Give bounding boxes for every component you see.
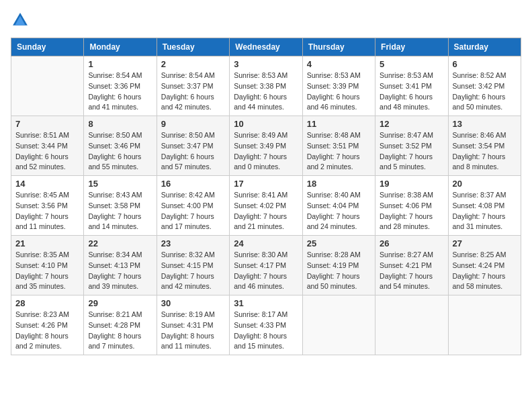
calendar-cell: 13Sunrise: 8:46 AMSunset: 3:54 PMDayligh… (448, 116, 521, 176)
day-number: 12 (380, 119, 443, 129)
calendar-cell: 18Sunrise: 8:40 AMSunset: 4:04 PMDayligh… (302, 176, 375, 236)
day-info: Sunrise: 8:25 AMSunset: 4:24 PMDaylight:… (453, 250, 517, 292)
day-number: 9 (161, 119, 225, 129)
calendar-cell: 14Sunrise: 8:45 AMSunset: 3:56 PMDayligh… (11, 176, 84, 236)
day-info: Sunrise: 8:50 AMSunset: 3:47 PMDaylight:… (161, 130, 225, 173)
calendar-cell: 8Sunrise: 8:50 AMSunset: 3:46 PMDaylight… (84, 116, 157, 176)
day-info: Sunrise: 8:49 AMSunset: 3:49 PMDaylight:… (234, 130, 298, 173)
day-number: 28 (15, 298, 79, 308)
day-number: 29 (88, 298, 152, 308)
day-number: 24 (234, 238, 298, 248)
day-number: 4 (307, 59, 371, 69)
day-info: Sunrise: 8:38 AMSunset: 4:06 PMDaylight:… (380, 190, 443, 232)
day-info: Sunrise: 8:42 AMSunset: 4:00 PMDaylight:… (161, 190, 225, 232)
day-info: Sunrise: 8:53 AMSunset: 3:38 PMDaylight:… (234, 71, 298, 113)
day-number: 16 (161, 179, 225, 189)
calendar-cell: 4Sunrise: 8:53 AMSunset: 3:39 PMDaylight… (302, 56, 375, 116)
day-info: Sunrise: 8:17 AMSunset: 4:33 PMDaylight:… (234, 310, 298, 352)
calendar-cell: 16Sunrise: 8:42 AMSunset: 4:00 PMDayligh… (157, 176, 229, 236)
calendar-cell: 24Sunrise: 8:30 AMSunset: 4:17 PMDayligh… (230, 236, 302, 295)
calendar-cell: 12Sunrise: 8:47 AMSunset: 3:52 PMDayligh… (375, 116, 448, 176)
calendar-cell: 21Sunrise: 8:35 AMSunset: 4:10 PMDayligh… (11, 236, 84, 295)
day-info: Sunrise: 8:41 AMSunset: 4:02 PMDaylight:… (234, 190, 298, 232)
day-number: 26 (380, 238, 443, 248)
calendar-cell: 23Sunrise: 8:32 AMSunset: 4:15 PMDayligh… (157, 236, 229, 295)
weekday-header: Thursday (302, 38, 375, 56)
day-info: Sunrise: 8:45 AMSunset: 3:56 PMDaylight:… (15, 190, 79, 232)
day-info: Sunrise: 8:34 AMSunset: 4:13 PMDaylight:… (88, 250, 152, 292)
calendar-cell: 3Sunrise: 8:53 AMSunset: 3:38 PMDaylight… (230, 56, 302, 116)
day-info: Sunrise: 8:43 AMSunset: 3:58 PMDaylight:… (88, 190, 152, 232)
day-info: Sunrise: 8:37 AMSunset: 4:08 PMDaylight:… (453, 190, 517, 232)
page-header (11, 11, 521, 30)
calendar-week-row: 14Sunrise: 8:45 AMSunset: 3:56 PMDayligh… (11, 176, 521, 236)
calendar-cell: 9Sunrise: 8:50 AMSunset: 3:47 PMDaylight… (157, 116, 229, 176)
calendar-cell: 25Sunrise: 8:28 AMSunset: 4:19 PMDayligh… (302, 236, 375, 295)
calendar-week-row: 1Sunrise: 8:54 AMSunset: 3:36 PMDaylight… (11, 56, 521, 116)
calendar-cell: 27Sunrise: 8:25 AMSunset: 4:24 PMDayligh… (448, 236, 521, 295)
day-number: 14 (15, 179, 79, 189)
day-number: 30 (161, 298, 225, 308)
weekday-header: Wednesday (230, 38, 302, 56)
calendar-cell: 30Sunrise: 8:19 AMSunset: 4:31 PMDayligh… (157, 295, 229, 355)
weekday-header: Friday (375, 38, 448, 56)
calendar-cell: 26Sunrise: 8:27 AMSunset: 4:21 PMDayligh… (375, 236, 448, 295)
calendar-cell: 6Sunrise: 8:52 AMSunset: 3:42 PMDaylight… (448, 56, 521, 116)
calendar-cell (375, 295, 448, 355)
day-number: 22 (88, 238, 152, 248)
day-number: 7 (15, 119, 79, 129)
calendar-cell: 28Sunrise: 8:23 AMSunset: 4:26 PMDayligh… (11, 295, 84, 355)
day-number: 11 (307, 119, 371, 129)
calendar-cell: 5Sunrise: 8:53 AMSunset: 3:41 PMDaylight… (375, 56, 448, 116)
day-info: Sunrise: 8:53 AMSunset: 3:41 PMDaylight:… (380, 71, 443, 113)
day-number: 13 (453, 119, 517, 129)
day-number: 5 (380, 59, 443, 69)
day-info: Sunrise: 8:21 AMSunset: 4:28 PMDaylight:… (88, 310, 152, 352)
calendar-week-row: 21Sunrise: 8:35 AMSunset: 4:10 PMDayligh… (11, 236, 521, 295)
day-number: 3 (234, 59, 298, 69)
day-info: Sunrise: 8:47 AMSunset: 3:52 PMDaylight:… (380, 130, 443, 173)
day-info: Sunrise: 8:54 AMSunset: 3:37 PMDaylight:… (161, 71, 225, 113)
calendar-cell: 17Sunrise: 8:41 AMSunset: 4:02 PMDayligh… (230, 176, 302, 236)
logo (11, 11, 32, 30)
day-info: Sunrise: 8:48 AMSunset: 3:51 PMDaylight:… (307, 130, 371, 173)
calendar-cell (448, 295, 521, 355)
calendar-cell: 2Sunrise: 8:54 AMSunset: 3:37 PMDaylight… (157, 56, 229, 116)
day-info: Sunrise: 8:28 AMSunset: 4:19 PMDaylight:… (307, 250, 371, 292)
calendar-cell: 19Sunrise: 8:38 AMSunset: 4:06 PMDayligh… (375, 176, 448, 236)
day-number: 18 (307, 179, 371, 189)
calendar-week-row: 7Sunrise: 8:51 AMSunset: 3:44 PMDaylight… (11, 116, 521, 176)
weekday-header: Sunday (11, 38, 84, 56)
day-number: 27 (453, 238, 517, 248)
weekday-header: Saturday (448, 38, 521, 56)
day-number: 21 (15, 238, 79, 248)
day-info: Sunrise: 8:53 AMSunset: 3:39 PMDaylight:… (307, 71, 371, 113)
calendar-cell: 22Sunrise: 8:34 AMSunset: 4:13 PMDayligh… (84, 236, 157, 295)
calendar-cell: 1Sunrise: 8:54 AMSunset: 3:36 PMDaylight… (84, 56, 157, 116)
calendar-cell: 10Sunrise: 8:49 AMSunset: 3:49 PMDayligh… (230, 116, 302, 176)
day-number: 2 (161, 59, 225, 69)
day-number: 1 (88, 59, 152, 69)
calendar-cell: 31Sunrise: 8:17 AMSunset: 4:33 PMDayligh… (230, 295, 302, 355)
day-number: 10 (234, 119, 298, 129)
calendar-cell: 29Sunrise: 8:21 AMSunset: 4:28 PMDayligh… (84, 295, 157, 355)
day-info: Sunrise: 8:46 AMSunset: 3:54 PMDaylight:… (453, 130, 517, 173)
day-number: 17 (234, 179, 298, 189)
calendar-cell (11, 56, 84, 116)
weekday-header: Tuesday (157, 38, 229, 56)
day-info: Sunrise: 8:35 AMSunset: 4:10 PMDaylight:… (15, 250, 79, 292)
calendar-week-row: 28Sunrise: 8:23 AMSunset: 4:26 PMDayligh… (11, 295, 521, 355)
calendar-cell: 15Sunrise: 8:43 AMSunset: 3:58 PMDayligh… (84, 176, 157, 236)
day-info: Sunrise: 8:27 AMSunset: 4:21 PMDaylight:… (380, 250, 443, 292)
day-info: Sunrise: 8:54 AMSunset: 3:36 PMDaylight:… (88, 71, 152, 113)
day-number: 19 (380, 179, 443, 189)
day-info: Sunrise: 8:51 AMSunset: 3:44 PMDaylight:… (15, 130, 79, 173)
day-number: 15 (88, 179, 152, 189)
weekday-header: Monday (84, 38, 157, 56)
day-info: Sunrise: 8:52 AMSunset: 3:42 PMDaylight:… (453, 71, 517, 113)
calendar-cell: 11Sunrise: 8:48 AMSunset: 3:51 PMDayligh… (302, 116, 375, 176)
day-number: 6 (453, 59, 517, 69)
day-info: Sunrise: 8:30 AMSunset: 4:17 PMDaylight:… (234, 250, 298, 292)
calendar-header-row: SundayMondayTuesdayWednesdayThursdayFrid… (11, 38, 521, 56)
day-info: Sunrise: 8:19 AMSunset: 4:31 PMDaylight:… (161, 310, 225, 352)
